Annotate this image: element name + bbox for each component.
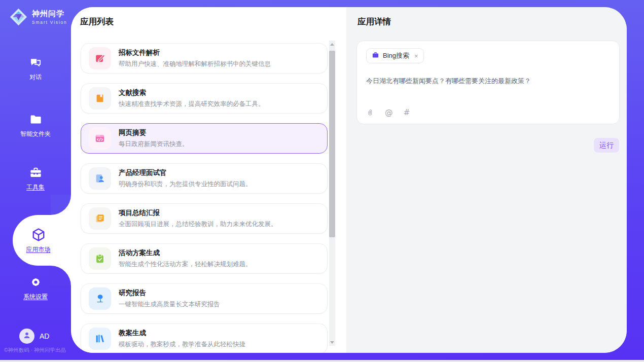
brand-tagline: Smart Vision xyxy=(32,20,67,25)
notes-icon xyxy=(89,207,111,230)
avatar xyxy=(19,329,34,344)
app-card-description: 一键智能生成高质量长文本研究报告 xyxy=(119,300,220,309)
main-container: 应用列表 招标文件解析帮助用户快速、准确地理解和解析招标书中的关键信息文献搜索快… xyxy=(71,7,627,353)
app-card[interactable]: 网页摘要每日政府新闻资讯快查。 xyxy=(81,123,328,154)
books-icon xyxy=(89,328,111,350)
app-card[interactable]: 项目总结汇报全面回顾项目进展，总结经验教训，助力未来优化发展。 xyxy=(81,203,328,234)
interviewer-icon xyxy=(89,167,111,190)
doc-edit-icon xyxy=(89,47,111,69)
query-text[interactable]: 今日湖北有哪些新闻要点？有哪些需要关注的最新政策？ xyxy=(366,77,610,86)
user-account[interactable]: AD xyxy=(19,329,49,344)
gear-icon xyxy=(29,275,43,289)
sidebar-item-label: 应用市场 xyxy=(26,245,51,254)
folder-icon xyxy=(29,113,43,126)
app-card-title: 网页摘要 xyxy=(119,128,189,137)
cube-icon xyxy=(31,227,46,242)
app-detail-title: 应用详情 xyxy=(357,16,391,27)
app-list-title: 应用列表 xyxy=(80,16,114,27)
scrollbar[interactable] xyxy=(329,41,335,346)
app-card[interactable]: 研究报告一键智能生成高质量长文本研究报告 xyxy=(81,283,328,314)
app-card-description: 智能生成个性化活动方案，轻松解决规划难题。 xyxy=(119,260,252,269)
app-card-title: 项目总结汇报 xyxy=(119,208,277,218)
browser-icon xyxy=(89,127,111,150)
report-tree-icon xyxy=(89,287,111,310)
app-card-title: 研究报告 xyxy=(119,288,220,298)
app-card-description: 每日政府新闻资讯快查。 xyxy=(119,140,189,149)
app-card[interactable]: 产品经理面试官明确身份和职责，为您提供专业性的面试问题。 xyxy=(81,163,328,194)
active-tab-top-curve xyxy=(51,195,71,215)
app-card-title: 教案生成 xyxy=(119,329,245,338)
user-name: AD xyxy=(40,332,49,340)
scroll-up-icon[interactable] xyxy=(329,41,335,48)
app-card-description: 明确身份和职责，为您提供专业性的面试问题。 xyxy=(119,180,252,189)
scrollbar-thumb[interactable] xyxy=(329,51,335,237)
scroll-down-icon[interactable] xyxy=(329,339,335,346)
briefcase-icon xyxy=(372,51,379,61)
app-card[interactable]: 教案生成模板驱动，教案秒成，教学准备从此轻松快捷 xyxy=(81,323,328,353)
toolbox-icon xyxy=(29,166,43,179)
chat-icon xyxy=(29,56,43,69)
app-card-title: 文献搜索 xyxy=(119,88,265,97)
app-card-title: 产品经理面试官 xyxy=(119,168,252,177)
app-card[interactable]: 招标文件解析帮助用户快速、准确地理解和解析招标书中的关键信息 xyxy=(81,43,328,74)
person-icon xyxy=(22,330,32,342)
brand-name: 神州问学 xyxy=(32,9,67,19)
sidebar: 神州问学 Smart Vision 对话 智能文件夹 工具集 应用市场 系统设置… xyxy=(0,0,71,362)
sidebar-item-settings[interactable]: 系统设置 xyxy=(0,275,71,301)
brand-logo: 神州问学 Smart Vision xyxy=(9,8,67,26)
input-toolbar: @ # xyxy=(366,108,410,117)
tool-tag-label: Bing搜索 xyxy=(383,51,409,60)
app-list-panel: 应用列表 招标文件解析帮助用户快速、准确地理解和解析招标书中的关键信息文献搜索快… xyxy=(71,7,346,353)
app-card-description: 全面回顾项目进展，总结经验教训，助力未来优化发展。 xyxy=(119,220,277,229)
sidebar-item-label: 工具集 xyxy=(26,183,45,192)
tool-tag-bing-search[interactable]: Bing搜索 × xyxy=(366,48,424,63)
sidebar-item-app-market-active[interactable]: 应用市场 xyxy=(13,215,71,266)
app-card-list: 招标文件解析帮助用户快速、准确地理解和解析招标书中的关键信息文献搜索快速精准查找… xyxy=(81,43,328,353)
tag-close-icon[interactable]: × xyxy=(414,53,418,59)
app-card[interactable]: 文献搜索快速精准查找学术资源，提高研究效率的必备工具。 xyxy=(81,83,328,114)
paperclip-icon[interactable] xyxy=(366,108,374,117)
sidebar-item-label: 对话 xyxy=(29,73,42,82)
sidebar-item-label: 系统设置 xyxy=(23,293,48,301)
sidebar-item-smart-folder[interactable]: 智能文件夹 xyxy=(0,113,71,138)
sidebar-item-chat[interactable]: 对话 xyxy=(0,56,71,82)
hash-icon[interactable]: # xyxy=(404,108,410,117)
book-icon xyxy=(89,87,111,110)
bottom-edge-strip xyxy=(0,360,644,362)
gem-logo-icon xyxy=(9,8,28,26)
app-card-title: 招标文件解析 xyxy=(119,48,271,57)
app-card-title: 活动方案生成 xyxy=(119,248,252,258)
sidebar-item-label: 智能文件夹 xyxy=(20,130,51,138)
at-icon[interactable]: @ xyxy=(385,108,393,117)
app-detail-panel: 应用详情 Bing搜索 × 今日湖北有哪些新闻要点？有哪些需要关注的最新政策？ … xyxy=(346,7,627,353)
run-button[interactable]: 运行 xyxy=(594,138,619,153)
sidebar-item-toolset[interactable]: 工具集 xyxy=(0,166,71,192)
app-card-description: 模板驱动，教案秒成，教学准备从此轻松快捷 xyxy=(119,340,245,349)
prompt-input-card[interactable]: Bing搜索 × 今日湖北有哪些新闻要点？有哪些需要关注的最新政策？ @ # xyxy=(356,41,620,124)
clipboard-check-icon xyxy=(89,247,111,270)
app-card-description: 帮助用户快速、准确地理解和解析招标书中的关键信息 xyxy=(119,60,271,68)
copyright-footer: ©神州数码 · 神州问学出品 xyxy=(4,347,66,354)
app-card[interactable]: 活动方案生成智能生成个性化活动方案，轻松解决规划难题。 xyxy=(81,243,328,274)
app-card-description: 快速精准查找学术资源，提高研究效率的必备工具。 xyxy=(119,100,265,108)
